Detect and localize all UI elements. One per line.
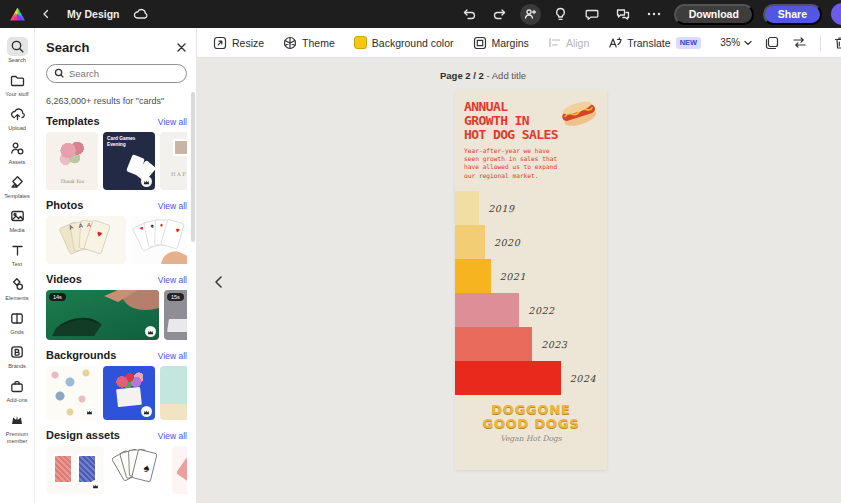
view-all-templates[interactable]: View all bbox=[158, 117, 187, 127]
background-thumb-envelope-flowers[interactable] bbox=[103, 366, 155, 420]
template-thumb-happy[interactable]: HAPPY bbox=[160, 132, 187, 190]
bar-year-label[interactable]: 2020 bbox=[494, 237, 520, 248]
section-design-assets: Design assets View all bbox=[46, 429, 187, 494]
download-button[interactable]: Download bbox=[674, 4, 754, 25]
bar-2023[interactable] bbox=[455, 327, 532, 361]
bar-row[interactable]: 2020 bbox=[455, 225, 598, 259]
flower-art bbox=[59, 141, 85, 165]
design-body-text[interactable]: Year-after-year we have seen growth in s… bbox=[464, 147, 568, 180]
sidebar-item-grids[interactable]: Grids bbox=[0, 306, 35, 339]
bar-year-label[interactable]: 2019 bbox=[488, 203, 514, 214]
document-title[interactable]: My Design bbox=[67, 8, 120, 20]
bar-2019[interactable] bbox=[455, 191, 479, 225]
red-card-back-art bbox=[53, 454, 73, 484]
bar-2021[interactable] bbox=[455, 259, 491, 293]
panel-title: Search bbox=[46, 40, 89, 55]
duplicate-page-icon bbox=[765, 36, 779, 50]
bar-row[interactable]: 2019 bbox=[455, 191, 598, 225]
sidebar-item-templates[interactable]: Templates bbox=[0, 170, 35, 203]
photo-thumb-hand-cards[interactable]: ♥ ♠ ♦ ♥ bbox=[131, 216, 187, 264]
asset-thumb-card-backs[interactable] bbox=[46, 446, 104, 494]
asset-thumb-card-fan[interactable]: ♠ bbox=[109, 446, 167, 494]
bar-row[interactable]: 2022 bbox=[455, 293, 598, 327]
sidebar-item-text[interactable]: Text bbox=[0, 238, 35, 271]
undo-icon[interactable] bbox=[458, 3, 480, 25]
back-icon[interactable] bbox=[35, 3, 57, 25]
translate-button[interactable]: Translate NEW bbox=[608, 36, 701, 49]
sales-bar-chart[interactable]: 201920202021202220232024 bbox=[455, 191, 598, 395]
video-thumb-card-table[interactable]: 14s bbox=[46, 290, 159, 340]
bar-2024[interactable] bbox=[455, 361, 561, 395]
translate-icon bbox=[608, 36, 622, 49]
photo-thumb-fanned-cards[interactable]: A A A ♥ bbox=[46, 216, 126, 264]
page-label[interactable]: Page 2 / 2 - Add title bbox=[440, 70, 526, 81]
asset-thumb-partial[interactable] bbox=[172, 446, 187, 494]
add-title-placeholder[interactable]: - Add title bbox=[486, 70, 526, 81]
redo-icon[interactable] bbox=[489, 3, 511, 25]
design-footer[interactable]: DOGGONE GOOD DOGS Vegan Hot Dogs bbox=[464, 403, 598, 443]
bar-2020[interactable] bbox=[455, 225, 485, 259]
reorder-pages-button[interactable] bbox=[792, 36, 807, 49]
add-people-icon[interactable] bbox=[520, 4, 541, 25]
bar-row[interactable]: 2023 bbox=[455, 327, 598, 361]
bar-year-label[interactable]: 2023 bbox=[541, 339, 567, 350]
sidebar-item-add-ons[interactable]: Add-ons bbox=[0, 374, 35, 407]
chevron-left-icon bbox=[213, 275, 224, 289]
bar-row[interactable]: 2021 bbox=[455, 259, 598, 293]
view-all-photos[interactable]: View all bbox=[158, 201, 187, 211]
bar-year-label[interactable]: 2022 bbox=[528, 305, 554, 316]
lightbulb-icon[interactable] bbox=[550, 3, 572, 25]
section-videos: Videos View all 14s bbox=[46, 273, 187, 340]
adobe-express-logo-icon[interactable] bbox=[10, 8, 25, 21]
sidebar-item-your-stuff[interactable]: Your stuff bbox=[0, 68, 35, 101]
sidebar-item-assets[interactable]: Assets bbox=[0, 136, 35, 169]
view-all-backgrounds[interactable]: View all bbox=[158, 351, 187, 361]
more-icon[interactable] bbox=[643, 3, 665, 25]
bar-year-label[interactable]: 2024 bbox=[570, 373, 596, 384]
sidebar-item-media[interactable]: Media bbox=[0, 204, 35, 237]
sidebar-item-upload[interactable]: Upload bbox=[0, 102, 35, 135]
comment-icon[interactable] bbox=[581, 3, 603, 25]
design-page[interactable]: ANNUAL GROWTH IN HOT DOG SALES Year-afte… bbox=[455, 90, 607, 470]
bar-row[interactable]: 2024 bbox=[455, 361, 598, 395]
zoom-level-dropdown[interactable]: 35% bbox=[720, 37, 752, 48]
premium-badge-icon bbox=[141, 406, 152, 417]
delete-page-button[interactable] bbox=[834, 36, 841, 50]
align-button[interactable]: Align bbox=[548, 36, 589, 49]
collapse-panel-button[interactable] bbox=[207, 270, 229, 294]
template-thumb-floral[interactable]: Thank You bbox=[46, 132, 98, 190]
close-icon[interactable] bbox=[176, 42, 187, 53]
background-thumb-winter[interactable] bbox=[160, 366, 187, 420]
cloud-sync-icon[interactable] bbox=[130, 3, 152, 25]
theme-button[interactable]: Theme bbox=[283, 36, 335, 50]
bar-2022[interactable] bbox=[455, 293, 519, 327]
premium-badge-icon bbox=[141, 176, 152, 187]
theme-icon bbox=[283, 36, 297, 50]
template-thumb-card-games[interactable]: Card Games Evening bbox=[103, 132, 155, 190]
duplicate-page-button[interactable] bbox=[765, 36, 779, 50]
panel-scrollbar[interactable] bbox=[191, 92, 195, 242]
canvas-area[interactable]: Page 2 / 2 - Add title ANNUAL GROWTH IN … bbox=[197, 58, 841, 503]
sidebar-item-elements[interactable]: Elements bbox=[0, 272, 35, 305]
section-backgrounds: Backgrounds View all bbox=[46, 349, 187, 420]
background-color-button[interactable]: Background color bbox=[354, 36, 454, 49]
share-button[interactable]: Share bbox=[763, 4, 822, 25]
sidebar-item-premium-member[interactable]: Premium member bbox=[0, 408, 35, 448]
margins-button[interactable]: Margins bbox=[473, 36, 529, 50]
app-window: My Design Download Share Search Your stu… bbox=[0, 0, 841, 503]
background-thumb-pattern[interactable] bbox=[46, 366, 98, 420]
svg-text:♦: ♦ bbox=[160, 222, 163, 228]
margins-icon bbox=[473, 36, 487, 50]
user-avatar[interactable] bbox=[831, 3, 841, 25]
video-thumb-laptop[interactable]: 15s bbox=[164, 290, 187, 340]
background-color-swatch-icon bbox=[354, 36, 367, 49]
resize-button[interactable]: Resize bbox=[213, 36, 264, 50]
chat-threads-icon[interactable] bbox=[612, 3, 634, 25]
sidebar-item-brands[interactable]: Brands bbox=[0, 340, 35, 373]
sidebar-item-search[interactable]: Search bbox=[0, 34, 35, 67]
search-input[interactable] bbox=[69, 68, 179, 79]
bar-year-label[interactable]: 2021 bbox=[500, 271, 526, 282]
hot-dog-illustration[interactable] bbox=[556, 99, 602, 129]
view-all-design-assets[interactable]: View all bbox=[158, 431, 187, 441]
view-all-videos[interactable]: View all bbox=[158, 275, 187, 285]
